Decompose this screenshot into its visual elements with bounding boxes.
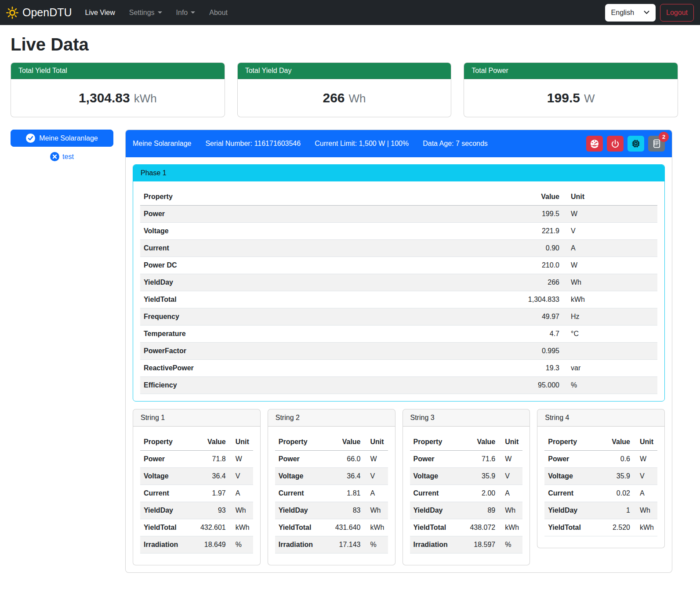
inverter-card-body: Phase 1 Property Value Unit Power199.5WV… xyxy=(126,157,672,572)
table-header-row: Property Value Unit xyxy=(140,434,253,451)
limit-settings-button[interactable] xyxy=(586,136,603,152)
string-2-panel: String 2 Property Value Unit xyxy=(268,409,395,565)
nav-settings[interactable]: Settings xyxy=(122,5,169,20)
col-value: Value xyxy=(324,434,364,451)
card-title: Total Yield Total xyxy=(11,63,225,79)
brand[interactable]: OpenDTU xyxy=(6,6,72,19)
inverter-card-header: Meine Solaranlage Serial Number: 1161716… xyxy=(126,130,672,157)
nav-about[interactable]: About xyxy=(202,5,235,20)
table-row: YieldDay1Wh xyxy=(544,502,657,519)
table-row: Voltage36.4V xyxy=(140,468,253,485)
table-row: Current0.90A xyxy=(140,240,657,257)
table-row: YieldTotal432.601kWh xyxy=(140,519,253,536)
col-value: Value xyxy=(593,434,634,451)
table-row: ReactivePower19.3var xyxy=(140,360,657,377)
table-row: YieldDay93Wh xyxy=(140,502,253,519)
table-row: Power71.6W xyxy=(410,451,523,468)
cpu-icon xyxy=(631,139,641,148)
table-row: Voltage221.9V xyxy=(140,223,657,240)
col-property: Property xyxy=(140,434,189,451)
check-circle-icon xyxy=(26,134,35,143)
table-header-row: Property Value Unit xyxy=(275,434,388,451)
string-title: String 4 xyxy=(537,409,664,427)
string-title: String 1 xyxy=(133,409,260,427)
navbar-right: English Logout xyxy=(605,4,694,22)
string-title: String 2 xyxy=(268,409,395,427)
phase-table: Property Value Unit Power199.5WVoltage22… xyxy=(140,188,657,394)
table-row: Current1.81A xyxy=(275,485,388,502)
nav-info[interactable]: Info xyxy=(169,5,203,20)
speedometer-icon xyxy=(590,139,599,148)
card-value: 266 xyxy=(323,90,345,105)
chevron-down-icon xyxy=(644,11,649,14)
inverter-sidebar: Meine Solaranlage test xyxy=(11,130,113,161)
page-container: Live Data Total Yield Total 1,304.83kWh … xyxy=(0,25,700,587)
table-row: Irradiation17.143% xyxy=(275,536,388,554)
table-row: YieldTotal438.072kWh xyxy=(410,519,523,536)
string-1-table-body: Power71.8WVoltage36.4VCurrent1.97AYieldD… xyxy=(140,451,253,554)
col-value: Value xyxy=(501,188,563,206)
card-unit: kWh xyxy=(134,92,157,105)
string-3-table-body: Power71.6WVoltage35.9VCurrent2.00AYieldD… xyxy=(410,451,523,554)
chevron-down-icon xyxy=(191,11,195,14)
strings-row: String 1 Property Value Unit xyxy=(133,409,665,565)
serial-number: Serial Number: 116171603546 xyxy=(205,140,301,148)
col-unit: Unit xyxy=(563,188,657,206)
card-title: Total Power xyxy=(464,63,678,79)
current-limit: Current Limit: 1,500 W | 100% xyxy=(315,140,409,148)
table-row: Current1.97A xyxy=(140,485,253,502)
table-row: Irradiation18.597% xyxy=(410,536,523,554)
phase-table-body: Power199.5WVoltage221.9VCurrent0.90APowe… xyxy=(140,206,657,394)
event-log-button[interactable]: 2 xyxy=(648,136,665,152)
table-row: YieldDay89Wh xyxy=(410,502,523,519)
table-row: Irradiation18.649% xyxy=(140,536,253,554)
table-row: Temperature4.7°C xyxy=(140,326,657,343)
phase-title: Phase 1 xyxy=(133,165,664,181)
table-row: YieldDay83Wh xyxy=(275,502,388,519)
string-2-table-body: Power66.0WVoltage36.4VCurrent1.81AYieldD… xyxy=(275,451,388,554)
col-value: Value xyxy=(458,434,499,451)
col-property: Property xyxy=(544,434,593,451)
col-property: Property xyxy=(275,434,324,451)
inverter-link-label: test xyxy=(62,153,74,161)
power-button[interactable] xyxy=(607,136,624,152)
col-unit: Unit xyxy=(229,434,253,451)
card-value: 199.5 xyxy=(547,90,580,105)
table-row: PowerFactor0.995 xyxy=(140,343,657,360)
table-row: YieldTotal1,304.833kWh xyxy=(140,291,657,308)
table-header-row: Property Value Unit xyxy=(544,434,657,451)
brand-label: OpenDTU xyxy=(22,6,72,19)
string-3-panel: String 3 Property Value Unit xyxy=(403,409,530,565)
inverter-actions: 2 xyxy=(586,136,665,152)
table-row: Current2.00A xyxy=(410,485,523,502)
device-info-button[interactable] xyxy=(627,136,644,152)
data-age: Data Age: 7 seconds xyxy=(423,140,488,148)
chevron-down-icon xyxy=(158,11,162,14)
table-row: Frequency49.97Hz xyxy=(140,308,657,326)
table-row: Power0.6W xyxy=(544,451,657,468)
table-header-row: Property Value Unit xyxy=(410,434,523,451)
table-row: YieldDay266Wh xyxy=(140,274,657,291)
inverter-select-label: Meine Solaranlage xyxy=(39,134,98,142)
card-value: 1,304.83 xyxy=(79,90,130,105)
inverter-select-button[interactable]: Meine Solaranlage xyxy=(11,130,113,147)
string-title: String 3 xyxy=(403,409,530,427)
card-title: Total Yield Day xyxy=(238,63,451,79)
page-title: Live Data xyxy=(11,35,678,54)
nav-live-view[interactable]: Live View xyxy=(78,5,122,20)
logout-button[interactable]: Logout xyxy=(660,4,694,22)
language-select[interactable]: English xyxy=(605,4,656,22)
inverter-name: Meine Solaranlage xyxy=(133,140,191,148)
language-value: English xyxy=(611,9,634,17)
col-property: Property xyxy=(410,434,459,451)
string-4-panel: String 4 Property Value Unit xyxy=(537,409,665,548)
col-unit: Unit xyxy=(634,434,657,451)
table-header-row: Property Value Unit xyxy=(140,188,657,206)
table-row: YieldTotal431.640kWh xyxy=(275,519,388,536)
card-total-yield-total: Total Yield Total 1,304.83kWh xyxy=(11,62,225,117)
col-unit: Unit xyxy=(364,434,388,451)
inverter-link-test[interactable]: test xyxy=(11,152,113,161)
event-count-badge: 2 xyxy=(659,132,669,142)
phase-panel: Phase 1 Property Value Unit Power199.5WV… xyxy=(133,164,665,402)
card-total-power: Total Power 199.5W xyxy=(464,62,678,117)
